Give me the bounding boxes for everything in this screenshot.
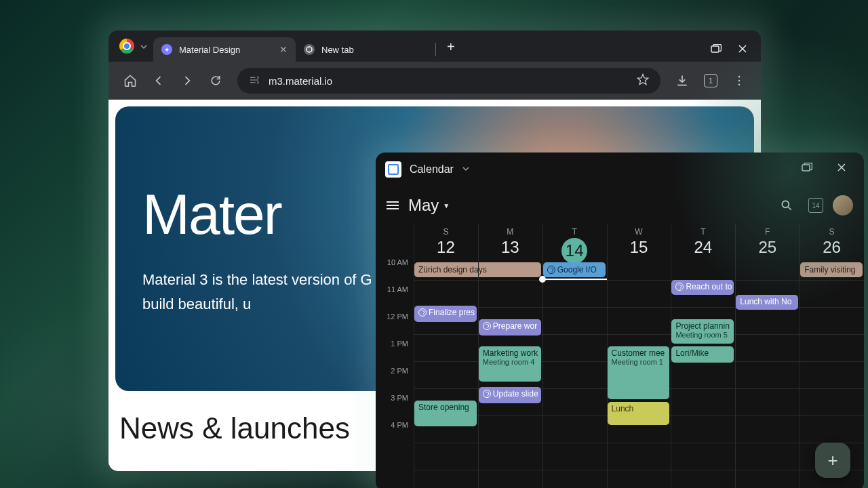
day-number: 12 — [414, 238, 478, 257]
day-number: 24 — [671, 238, 735, 257]
tabs-count-button[interactable]: 1 — [698, 68, 723, 93]
calendar-window: Calendar May ▼ 14 S12M13T14W15T24F25S26 … — [376, 152, 864, 488]
home-button[interactable] — [118, 68, 142, 93]
calendar-header: May ▼ 14 — [376, 186, 864, 224]
address-bar[interactable]: m3.material.io — [237, 68, 660, 94]
calendar-event[interactable]: Marketing workMeeting room 4 — [479, 346, 541, 382]
window-close-button[interactable] — [730, 40, 755, 58]
day-number: 14 — [561, 238, 587, 264]
time-column: 10 AM11 AM12 PM1 PM2 PM3 PM4 PM — [376, 262, 414, 452]
browser-title-bar: ✦ Material Design ✕ New tab + — [108, 30, 761, 62]
forward-button[interactable] — [175, 68, 199, 93]
now-indicator-line — [542, 279, 607, 280]
allday-events-row: Zürich design daysGoogle I/OFamily visit… — [414, 262, 864, 279]
calendar-app-name: Calendar — [410, 163, 454, 176]
today-button[interactable]: 14 — [808, 198, 823, 213]
tab-title: New tab — [321, 45, 354, 55]
calendar-title-chevron-icon[interactable] — [462, 163, 470, 176]
calendar-event[interactable]: Store opening — [414, 401, 477, 426]
allday-event[interactable]: Family visiting — [800, 262, 863, 277]
calendar-event[interactable]: Customer meeMeeting room 1 — [608, 346, 670, 399]
day-number: 26 — [800, 238, 864, 257]
calendar-title-bar: Calendar — [376, 152, 864, 186]
day-column-header[interactable]: F25 — [735, 224, 800, 279]
tab-title: Material Design — [179, 45, 240, 55]
tab-close-button[interactable]: ✕ — [279, 44, 288, 55]
user-avatar[interactable] — [833, 195, 853, 216]
calendar-event[interactable]: Update slide — [479, 387, 541, 403]
material-favicon-icon: ✦ — [161, 44, 172, 55]
back-button[interactable] — [146, 68, 171, 93]
tab-separator — [435, 43, 436, 56]
create-event-fab[interactable]: + — [815, 443, 850, 478]
window-restore-button[interactable] — [703, 40, 730, 58]
new-tab-button[interactable]: + — [440, 37, 462, 58]
time-label: 1 PM — [376, 340, 414, 367]
svg-point-2 — [738, 76, 741, 78]
tab-count-badge: 1 — [704, 74, 717, 87]
downloads-button[interactable] — [670, 68, 694, 93]
url-text: m3.material.io — [269, 75, 628, 87]
day-letter: F — [735, 227, 800, 237]
day-letter: S — [800, 227, 864, 237]
day-column-header[interactable]: S26 — [800, 224, 864, 279]
time-label: 4 PM — [376, 421, 414, 448]
calendar-event[interactable]: Lori/Mike — [671, 346, 734, 363]
calendar-event[interactable]: Reach out to — [671, 280, 734, 295]
dropdown-triangle-icon: ▼ — [443, 202, 450, 209]
time-label: 11 AM — [376, 285, 414, 312]
calendar-grid: S12M13T14W15T24F25S26 Zürich design days… — [376, 224, 864, 488]
overflow-menu-button[interactable] — [727, 68, 751, 93]
reload-button[interactable] — [203, 68, 228, 93]
browser-toolbar: m3.material.io 1 — [108, 62, 761, 100]
newtab-favicon-icon — [304, 44, 315, 55]
hamburger-menu-button[interactable] — [387, 199, 399, 211]
allday-event[interactable]: Google I/O — [543, 262, 606, 277]
svg-point-6 — [782, 201, 789, 207]
day-number: 15 — [607, 238, 671, 257]
day-number: 25 — [735, 238, 800, 257]
month-label: May — [408, 196, 439, 215]
calendar-window-restore-button[interactable] — [793, 159, 821, 176]
chrome-logo-icon — [119, 39, 134, 54]
calendar-event[interactable]: Finalize pres — [414, 306, 477, 322]
calendar-logo-icon — [385, 161, 401, 178]
time-label: 3 PM — [376, 394, 414, 421]
calendar-event[interactable]: Prepare wor — [479, 319, 541, 336]
svg-point-4 — [738, 84, 741, 86]
day-column-header[interactable]: T24 — [671, 224, 735, 279]
search-button[interactable] — [774, 193, 799, 218]
day-letter: T — [671, 227, 735, 237]
day-letter: W — [607, 227, 671, 237]
browser-tab-material[interactable]: ✦ Material Design ✕ — [153, 37, 296, 62]
time-label: 12 PM — [376, 312, 414, 340]
month-selector[interactable]: May ▼ — [408, 196, 450, 215]
chrome-menu-chevron-icon[interactable] — [140, 41, 148, 54]
timed-grid-area: Reach out toLunch with NoFinalize presPr… — [414, 280, 864, 488]
day-letter: T — [542, 227, 607, 237]
time-label: 2 PM — [376, 367, 414, 394]
now-indicator-dot — [539, 276, 546, 283]
svg-rect-5 — [802, 165, 810, 171]
calendar-event[interactable]: Project planninMeeting room 5 — [671, 319, 734, 344]
time-label: 10 AM — [376, 258, 414, 285]
calendar-event[interactable]: Lunch with No — [736, 295, 798, 310]
svg-rect-1 — [711, 46, 719, 52]
day-letter: M — [478, 227, 542, 237]
calendar-event[interactable]: Lunch — [608, 402, 670, 425]
day-number: 13 — [478, 238, 542, 257]
browser-tab-newtab[interactable]: New tab — [296, 37, 431, 62]
site-settings-icon[interactable] — [248, 74, 260, 88]
day-letter: S — [414, 227, 478, 237]
svg-point-0 — [307, 47, 312, 52]
calendar-window-close-button[interactable] — [829, 159, 854, 176]
bookmark-star-icon[interactable] — [636, 73, 650, 89]
svg-point-3 — [738, 80, 741, 82]
